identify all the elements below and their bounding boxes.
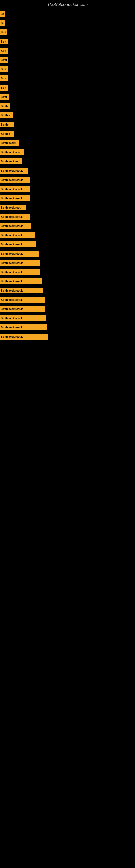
bar-row: Bottleneck result (0, 166, 135, 175)
bar-row: Bottleneck result (0, 240, 135, 249)
bar-label: Bottleneck result (0, 334, 48, 340)
bar-row: Bottle (0, 101, 135, 111)
bar-label: Bottleneck result (0, 167, 28, 174)
bar-row: Bottleneck result (0, 332, 135, 341)
bar-row: Bott (0, 83, 135, 92)
bar-label: Bo (0, 20, 5, 26)
bar-label: Bottleneck result (0, 232, 35, 238)
bar-row: Bottleneck r (0, 138, 135, 148)
bar-label: Bottle (0, 103, 10, 109)
bar-label: Bott (0, 29, 7, 35)
bar-label: Bott (0, 66, 8, 72)
bar-label: Bottlen (0, 131, 14, 137)
bar-row: Bottlen (0, 111, 135, 120)
bar-row: Bottleneck result (0, 295, 135, 304)
bar-label: Bott (0, 48, 8, 54)
bar-label: Bo (0, 11, 5, 17)
bar-row: Bottleneck result (0, 212, 135, 221)
site-title: TheBottlenecker.com (0, 0, 135, 9)
bar-label: Bottleneck result (0, 297, 45, 303)
bar-label: Bottl (0, 94, 9, 100)
bar-label: Bott (0, 75, 8, 82)
bar-label: Bottler (0, 122, 14, 127)
bar-row: Bottleneck result (0, 323, 135, 332)
bar-label: Bottleneck r (0, 140, 19, 146)
bar-label: Bottleneck result (0, 260, 40, 266)
bar-label: Bottleneck re (0, 158, 22, 164)
bar-label: Bott (0, 85, 8, 91)
bar-row: Bo (0, 19, 135, 28)
bar-row: Bott (0, 37, 135, 46)
bar-row: Bottleneck result (0, 175, 135, 184)
bar-label: Bottleneck result (0, 186, 30, 192)
bar-label: Bottleneck resu (0, 149, 24, 155)
bar-row: Bott (0, 28, 135, 37)
bar-row: Bo (0, 9, 135, 19)
bar-label: Bottlen (0, 112, 13, 118)
bar-label: Bottleneck result (0, 241, 37, 247)
bar-row: Bottleneck result (0, 184, 135, 194)
bar-label: Bottleneck result (0, 306, 45, 312)
bar-label: Bottleneck resu (0, 205, 26, 211)
bar-row: Bottl (0, 55, 135, 65)
bar-label: Bottleneck result (0, 278, 42, 284)
bar-row: Bottleneck result (0, 268, 135, 277)
bar-row: Bottleneck result (0, 194, 135, 203)
bar-row: Bottleneck result (0, 221, 135, 230)
bar-row: Bottl (0, 92, 135, 101)
bar-row: Bottleneck result (0, 304, 135, 314)
bar-row: Bottleneck result (0, 277, 135, 286)
bar-label: Bottleneck result (0, 269, 40, 275)
bar-label: Bottleneck result (0, 287, 43, 293)
bar-label: Bottleneck result (0, 324, 47, 330)
bar-label: Bottleneck result (0, 195, 30, 201)
bar-label: Bottleneck result (0, 214, 30, 220)
bar-row: Bottleneck resu (0, 148, 135, 157)
bar-row: Bottler (0, 120, 135, 129)
bar-label: Bottleneck result (0, 251, 39, 257)
bar-row: Bottleneck resu (0, 203, 135, 212)
bar-row: Bottleneck result (0, 230, 135, 240)
bar-row: Bott (0, 74, 135, 83)
bar-label: Bottl (0, 57, 8, 63)
bar-label: Bottleneck result (0, 315, 46, 321)
bar-label: Bottleneck result (0, 177, 30, 183)
bar-row: Bottleneck result (0, 314, 135, 323)
bars-container: BoBoBottBottBottBottlBottBottBottBottlBo… (0, 9, 135, 341)
bar-row: Bottleneck result (0, 286, 135, 295)
bar-row: Bottleneck result (0, 258, 135, 268)
bar-row: Bottleneck result (0, 249, 135, 258)
bar-row: Bottlen (0, 129, 135, 138)
bar-row: Bott (0, 46, 135, 55)
bar-label: Bott (0, 38, 8, 44)
bar-row: Bottleneck re (0, 157, 135, 166)
bar-label: Bottleneck result (0, 223, 31, 229)
bar-row: Bott (0, 65, 135, 74)
